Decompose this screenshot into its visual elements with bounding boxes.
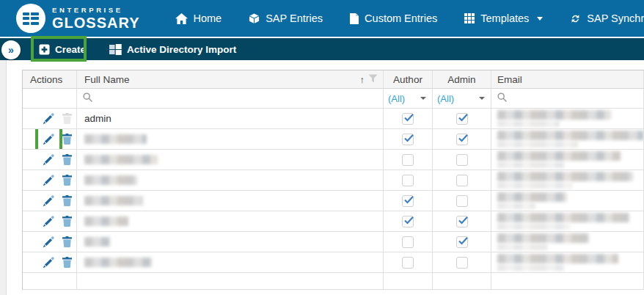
author-checkbox[interactable] <box>402 113 414 125</box>
author-cell <box>384 129 433 150</box>
table-row <box>23 129 644 150</box>
delete-button[interactable] <box>62 257 72 268</box>
table-row <box>23 150 644 170</box>
full-name-cell <box>77 232 384 252</box>
admin-checkbox[interactable] <box>456 236 468 248</box>
search-icon <box>497 92 507 104</box>
email-cell <box>491 129 644 150</box>
window-panes-icon <box>109 44 122 55</box>
author-checkbox[interactable] <box>402 236 414 248</box>
author-cell <box>384 109 433 129</box>
toolbar: Create Active Directory Import <box>0 38 644 60</box>
actions-cell <box>23 170 77 191</box>
email-cell <box>491 252 644 273</box>
chevron-down-icon <box>420 97 426 100</box>
edit-button[interactable] <box>43 236 54 248</box>
collapsed-sidebar-strip[interactable] <box>0 60 7 295</box>
edit-button[interactable] <box>43 195 54 207</box>
sync-icon <box>570 13 581 24</box>
admin-cell <box>433 150 491 170</box>
table-row <box>23 170 644 191</box>
nav-item-sap-synchronization[interactable]: SAP Synchronization <box>570 12 644 24</box>
users-grid: Actions Full Name ↑ Author Admin Email <box>22 70 644 290</box>
redacted-email <box>497 254 618 271</box>
edit-button-highlighted[interactable] <box>43 134 54 145</box>
author-cell <box>384 191 433 211</box>
delete-button[interactable] <box>62 154 72 165</box>
full-name-cell <box>77 252 384 273</box>
table-row <box>23 211 644 232</box>
chevron-down-icon <box>537 17 543 21</box>
author-checkbox[interactable] <box>402 154 414 166</box>
document-icon <box>350 13 359 24</box>
delete-button[interactable] <box>62 134 72 145</box>
column-header-actions: Actions <box>23 70 77 89</box>
email-filter-input[interactable] <box>511 93 643 104</box>
edit-button[interactable] <box>43 216 54 227</box>
admin-checkbox[interactable] <box>456 134 468 145</box>
brand-logo[interactable]: ENTERPRISE GLOSSARY <box>16 4 140 33</box>
edit-button[interactable] <box>43 175 54 186</box>
delete-button[interactable] <box>62 195 72 206</box>
redacted-name <box>84 237 110 247</box>
main-nav: Home SAP Entries Custom Entries Template… <box>175 12 644 24</box>
empty-row <box>23 273 644 290</box>
author-cell <box>384 252 433 273</box>
edit-button[interactable] <box>43 154 54 166</box>
filter-funnel-icon[interactable] <box>368 74 378 85</box>
admin-checkbox[interactable] <box>456 175 468 186</box>
admin-checkbox[interactable] <box>456 154 468 166</box>
filter-cell-actions <box>23 89 77 109</box>
delete-button[interactable] <box>62 236 72 247</box>
author-checkbox[interactable] <box>402 175 414 186</box>
nav-item-sap-entries[interactable]: SAP Entries <box>249 12 323 24</box>
grid-filter-row: (All) (All) <box>23 89 644 109</box>
delete-button[interactable] <box>62 216 72 227</box>
redacted-email <box>497 233 589 250</box>
author-filter-dropdown[interactable]: (All) <box>384 89 433 109</box>
admin-filter-dropdown[interactable]: (All) <box>433 89 491 109</box>
column-header-full-name[interactable]: Full Name ↑ <box>77 70 384 89</box>
cube-icon <box>249 13 260 24</box>
admin-checkbox[interactable] <box>456 257 468 269</box>
column-header-email[interactable]: Email <box>491 70 644 89</box>
author-cell <box>384 170 433 191</box>
actions-cell <box>23 150 77 170</box>
full-name-cell <box>77 170 384 191</box>
redacted-email <box>497 172 633 189</box>
full-name-cell <box>77 129 384 150</box>
admin-checkbox[interactable] <box>456 216 468 227</box>
email-cell <box>491 232 644 252</box>
redacted-email <box>497 151 621 168</box>
table-row <box>23 252 644 273</box>
chevron-down-icon <box>479 97 485 100</box>
author-checkbox[interactable] <box>402 195 414 207</box>
column-header-admin[interactable]: Admin <box>433 70 491 89</box>
sidebar-expand-button[interactable]: » <box>1 40 21 59</box>
sort-ascending-icon[interactable]: ↑ <box>360 75 365 84</box>
admin-checkbox[interactable] <box>456 195 468 207</box>
author-checkbox[interactable] <box>402 216 414 227</box>
table-row: admin <box>23 109 644 129</box>
nav-item-home[interactable]: Home <box>175 12 222 24</box>
redacted-name <box>84 155 158 164</box>
column-header-author[interactable]: Author <box>384 70 433 89</box>
edit-button[interactable] <box>43 257 54 269</box>
admin-checkbox[interactable] <box>456 113 468 125</box>
actions-cell <box>23 129 77 150</box>
email-cell <box>491 170 644 191</box>
full-name-filter-input[interactable] <box>97 93 383 104</box>
author-checkbox[interactable] <box>402 134 414 145</box>
nav-item-templates[interactable]: Templates <box>464 12 543 24</box>
edit-button[interactable] <box>43 113 54 125</box>
full-name-cell: admin <box>77 109 384 129</box>
active-directory-import-button[interactable]: Active Directory Import <box>102 38 244 60</box>
delete-button[interactable] <box>62 175 72 186</box>
nav-item-custom-entries[interactable]: Custom Entries <box>350 12 437 24</box>
create-button[interactable]: Create <box>32 38 93 60</box>
redacted-name <box>84 258 152 267</box>
author-checkbox[interactable] <box>402 257 414 269</box>
filter-cell-full-name <box>77 89 384 109</box>
actions-cell <box>23 252 77 273</box>
admin-cell <box>433 252 491 273</box>
